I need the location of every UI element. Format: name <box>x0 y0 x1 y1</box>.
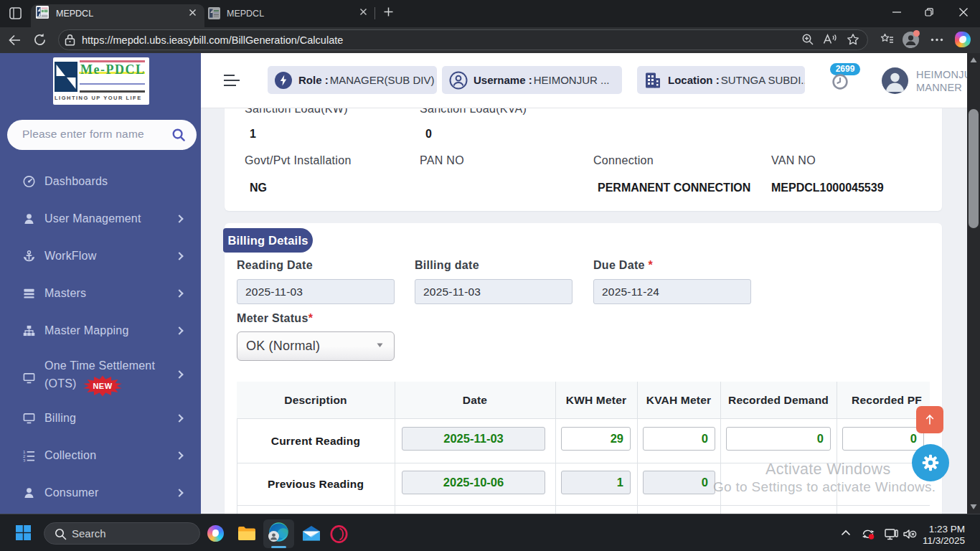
svg-text:NEW: NEW <box>93 382 112 390</box>
svg-text:3: 3 <box>23 458 26 462</box>
